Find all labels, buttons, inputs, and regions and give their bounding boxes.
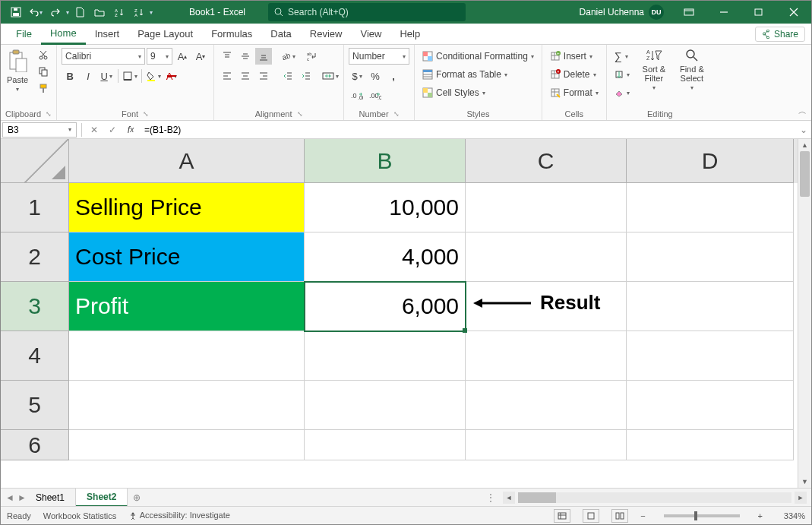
minimize-button[interactable]: [706, 1, 741, 24]
cell-c1[interactable]: [466, 183, 627, 232]
align-left-button[interactable]: [219, 68, 235, 84]
orientation-button[interactable]: ab: [280, 48, 296, 65]
cell-b3[interactable]: 6,000: [305, 282, 466, 331]
zoom-slider[interactable]: [664, 514, 740, 517]
autosum-button[interactable]: ∑▾: [611, 48, 633, 65]
search-box[interactable]: Search (Alt+Q): [268, 3, 466, 21]
status-accessibility[interactable]: Accessibility: Investigate: [128, 511, 230, 520]
cell-c3[interactable]: [466, 282, 627, 331]
tab-data[interactable]: Data: [261, 24, 300, 45]
scroll-up-button[interactable]: ▲: [798, 139, 811, 151]
sheet-tab-1[interactable]: Sheet1: [25, 489, 76, 507]
zoom-level[interactable]: 334%: [775, 511, 805, 520]
formula-input[interactable]: =(B1-B2): [140, 125, 796, 135]
cell-d5[interactable]: [627, 381, 794, 430]
redo-button[interactable]: [46, 3, 65, 21]
close-button[interactable]: [776, 1, 811, 24]
tab-file[interactable]: File: [7, 24, 41, 45]
zoom-out-button[interactable]: −: [640, 511, 645, 520]
cell-b4[interactable]: [305, 331, 466, 381]
cell-b2[interactable]: 4,000: [305, 232, 466, 282]
ribbon-display-button[interactable]: [671, 1, 706, 24]
copy-button[interactable]: [36, 65, 51, 78]
font-name-combo[interactable]: Calibri▾: [62, 48, 145, 65]
fill-button[interactable]: ▾: [611, 66, 633, 83]
increase-decimal-button[interactable]: .0.00: [349, 87, 365, 104]
conditional-formatting-button[interactable]: Conditional Formatting▾: [419, 48, 537, 65]
sort-filter-button[interactable]: AZ Sort & Filter▾: [637, 48, 671, 91]
tab-view[interactable]: View: [351, 24, 390, 45]
cell-a3[interactable]: Profit: [69, 282, 305, 331]
alignment-dialog-icon[interactable]: ⤡: [297, 110, 303, 118]
insert-cells-button[interactable]: +Insert▾: [547, 48, 602, 65]
cell-c2[interactable]: [466, 232, 627, 282]
font-size-combo[interactable]: 9▾: [147, 48, 172, 65]
hscroll-thumb[interactable]: [518, 492, 556, 503]
number-dialog-icon[interactable]: ⤡: [393, 110, 400, 118]
col-header-a[interactable]: A: [69, 139, 305, 183]
percent-format-button[interactable]: %: [367, 68, 384, 84]
align-top-button[interactable]: [219, 48, 235, 65]
cell-a2[interactable]: Cost Price: [69, 232, 305, 282]
font-color-button[interactable]: A: [163, 68, 180, 84]
cell-a1[interactable]: Selling Price: [69, 183, 305, 232]
open-file-icon[interactable]: [90, 3, 109, 21]
align-center-button[interactable]: [237, 68, 254, 84]
new-file-icon[interactable]: [71, 3, 89, 21]
borders-button[interactable]: [122, 68, 138, 84]
cell-styles-button[interactable]: Cell Styles▾: [419, 84, 537, 101]
align-middle-button[interactable]: [237, 48, 254, 65]
expand-formula-bar-button[interactable]: ⌄: [796, 125, 811, 135]
add-sheet-button[interactable]: ⊕: [128, 492, 146, 503]
increase-font-button[interactable]: A▴: [174, 48, 191, 65]
scroll-thumb[interactable]: [800, 151, 810, 197]
tab-review[interactable]: Review: [301, 24, 352, 45]
sort-desc-icon[interactable]: ZA: [130, 3, 148, 21]
number-format-combo[interactable]: Number▾: [349, 48, 409, 65]
sheet-tab-2[interactable]: Sheet2: [76, 489, 128, 507]
cell-c6[interactable]: [466, 430, 627, 460]
fill-color-button[interactable]: [145, 68, 162, 84]
tab-split-handle[interactable]: ⋮: [482, 492, 500, 503]
decrease-indent-button[interactable]: [280, 68, 296, 84]
clipboard-dialog-icon[interactable]: ⤡: [46, 110, 52, 118]
sheet-nav-prev[interactable]: ◄: [1, 492, 13, 503]
bold-button[interactable]: B: [62, 68, 78, 84]
save-button[interactable]: [7, 3, 25, 21]
comma-format-button[interactable]: ,: [385, 68, 402, 84]
row-header-2[interactable]: 2: [1, 232, 69, 282]
cell-c5[interactable]: [466, 381, 627, 430]
page-break-view-button[interactable]: [611, 509, 628, 523]
col-header-c[interactable]: C: [466, 139, 627, 183]
accounting-format-button[interactable]: $: [349, 68, 365, 84]
row-header-4[interactable]: 4: [1, 331, 69, 381]
col-header-d[interactable]: D: [627, 139, 794, 183]
row-header-5[interactable]: 5: [1, 381, 69, 430]
align-right-button[interactable]: [255, 68, 272, 84]
tab-formulas[interactable]: Formulas: [202, 24, 261, 45]
hscroll-right-button[interactable]: ►: [795, 492, 807, 504]
paste-button[interactable]: [5, 48, 30, 74]
cell-c4[interactable]: [466, 331, 627, 381]
page-layout-view-button[interactable]: [583, 509, 599, 523]
cell-d6[interactable]: [627, 430, 794, 460]
merge-center-button[interactable]: [322, 68, 339, 84]
row-header-1[interactable]: 1: [1, 183, 69, 232]
enter-formula-button[interactable]: ✓: [103, 122, 122, 138]
user-account[interactable]: Daniel Uchenna DU: [572, 5, 671, 20]
delete-cells-button[interactable]: ×Delete▾: [547, 66, 602, 83]
vertical-scrollbar[interactable]: ▲ ▼: [798, 139, 811, 488]
underline-button[interactable]: U: [98, 68, 115, 84]
format-cells-button[interactable]: Format▾: [547, 84, 602, 101]
row-header-3[interactable]: 3: [1, 282, 69, 331]
cell-d3[interactable]: [627, 282, 794, 331]
align-bottom-button[interactable]: [255, 48, 272, 65]
zoom-in-button[interactable]: +: [758, 511, 763, 520]
cell-a4[interactable]: [69, 331, 305, 381]
italic-button[interactable]: I: [80, 68, 96, 84]
col-header-b[interactable]: B: [305, 139, 466, 183]
name-box[interactable]: B3▾: [2, 122, 77, 138]
collapse-ribbon-button[interactable]: ︿: [798, 106, 807, 117]
decrease-font-button[interactable]: A▾: [192, 48, 209, 65]
tab-insert[interactable]: Insert: [86, 24, 129, 45]
